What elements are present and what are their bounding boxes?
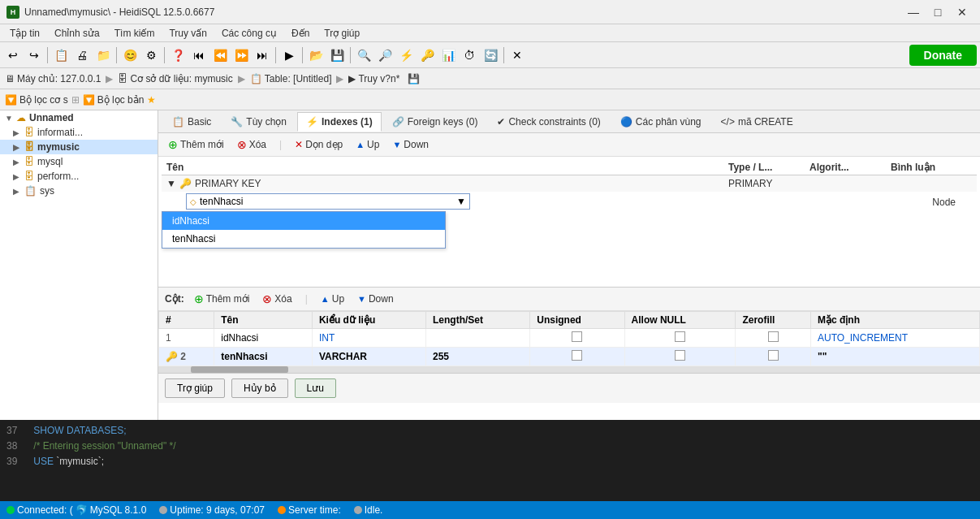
- toolbar-btn-9[interactable]: 📂: [306, 45, 326, 65]
- index-up-btn[interactable]: ▲ Up: [352, 137, 382, 152]
- row2-allownull[interactable]: [624, 348, 736, 366]
- toolbar-btn-12[interactable]: 🔎: [375, 45, 395, 65]
- menu-timkiem[interactable]: Tìm kiếm: [108, 26, 162, 41]
- index-down-btn[interactable]: ▼ Down: [389, 137, 432, 152]
- toolbar-btn-3[interactable]: 📋: [51, 45, 71, 65]
- columns-section: Cột: ⊕ Thêm mới ⊗ Xóa | ▲ Up: [158, 287, 980, 373]
- toolbar-btn-5[interactable]: 📁: [93, 45, 113, 65]
- sidebar-item-mymusic[interactable]: ▶ 🗄 mymusic: [0, 140, 158, 154]
- chk-unsigned-2[interactable]: [572, 350, 582, 361]
- toolbar-btn-4[interactable]: 🖨: [72, 45, 92, 65]
- toolbar-btn-nav1[interactable]: ⏮: [189, 45, 209, 65]
- cancel-button[interactable]: Hủy bỏ: [231, 378, 288, 398]
- col-th-type: Kiểu dữ liệu: [312, 312, 425, 329]
- tab-tuyChon[interactable]: 🔧 Tùy chọn: [222, 112, 296, 131]
- toolbar-btn-8[interactable]: ❓: [168, 45, 188, 65]
- col-up-btn[interactable]: ▲ Up: [317, 292, 348, 306]
- toolbar-btn-14[interactable]: 🔑: [417, 45, 437, 65]
- toolbar-btn-1[interactable]: ↩: [3, 45, 23, 65]
- up-icon: ▲: [356, 140, 365, 149]
- tab-foreignkeys[interactable]: 🔗 Foreign keys (0): [383, 112, 487, 131]
- index-toolbar: ⊕ Thêm mới ⊗ Xóa | ✕ Dọn dẹp ▲ Up ▼: [158, 133, 980, 157]
- chk-unsigned-1[interactable]: [572, 331, 582, 342]
- toolbar-btn-16[interactable]: ⏱: [460, 45, 479, 65]
- index-cleanup-btn[interactable]: ✕ Dọn dẹp: [291, 137, 346, 152]
- col-th-length: Length/Set: [426, 312, 530, 329]
- chk-null-2[interactable]: [675, 350, 685, 361]
- tab-basic[interactable]: 📋 Basic: [163, 112, 220, 131]
- chk-zerofill-1[interactable]: [768, 331, 779, 342]
- toolbar-btn-nav4[interactable]: ⏭: [253, 45, 272, 65]
- chk-zerofill-2[interactable]: [768, 350, 779, 361]
- sidebar-item-mysql[interactable]: ▶ 🗄 mysql: [0, 154, 158, 169]
- col-down-label: Down: [369, 293, 394, 305]
- toolbar-btn-10[interactable]: 💾: [327, 45, 347, 65]
- toolbar-btn-15[interactable]: 📊: [438, 45, 458, 65]
- toolbar-btn-2[interactable]: ↪: [24, 45, 44, 65]
- toolbar-btn-13[interactable]: ⚡: [396, 45, 416, 65]
- row2-unsigned[interactable]: [530, 348, 624, 366]
- toolbar-btn-close[interactable]: ✕: [507, 45, 527, 65]
- toolbar-btn-11[interactable]: 🔍: [354, 45, 373, 65]
- chk-null-1[interactable]: [675, 331, 685, 342]
- filter-item-1[interactable]: 🔽 Bộ lọc cơ s: [5, 94, 68, 106]
- row2-type: VARCHAR: [312, 348, 425, 366]
- col-delete-btn[interactable]: ⊗ Xóa: [259, 291, 295, 307]
- menu-taptin[interactable]: Tập tin: [3, 26, 46, 41]
- star-icon[interactable]: ★: [147, 94, 156, 106]
- toolbar-btn-6[interactable]: 😊: [120, 45, 140, 65]
- tab-indexes[interactable]: ⚡ Indexes (1): [297, 112, 382, 132]
- index-add-btn[interactable]: ⊕ Thêm mới: [165, 136, 227, 153]
- menu-trogiup[interactable]: Trợ giúp: [317, 26, 366, 41]
- index-delete-btn[interactable]: ⊗ Xóa: [234, 136, 270, 153]
- scroll-thumb[interactable]: [191, 366, 288, 373]
- row1-allownull[interactable]: [624, 329, 736, 348]
- toolbar-btn-17[interactable]: 🔄: [481, 45, 500, 65]
- sidebar-item-unnamed[interactable]: ▼ ☁ Unnamed: [0, 110, 158, 125]
- dropdown-column: ◇ tenNhacsi ▼ idNhacsi tenNhacsi: [186, 193, 470, 210]
- index-row-primarykey[interactable]: ▼ 🔑 PRIMARY KEY PRIMARY: [162, 175, 977, 192]
- toolbar-btn-nav3[interactable]: ⏩: [231, 45, 251, 65]
- table-row[interactable]: 🔑 2 tenNhacsi VARCHAR 255 "": [159, 348, 980, 366]
- maximize-button[interactable]: □: [926, 4, 949, 20]
- help-button[interactable]: Trợ giúp: [165, 378, 225, 398]
- delete-icon: ⊗: [237, 138, 247, 151]
- sidebar-arrow-sys: ▶: [13, 187, 21, 196]
- nav-table[interactable]: 📋 Table: [Untitled]: [250, 73, 332, 84]
- menu-chinhsua[interactable]: Chỉnh sửa: [48, 26, 106, 41]
- horizontal-scrollbar[interactable]: [158, 366, 980, 373]
- field-dropdown[interactable]: ◇ tenNhacsi ▼: [186, 193, 470, 210]
- close-button[interactable]: ✕: [951, 4, 974, 20]
- sidebar-item-sys[interactable]: ▶ 📋 sys: [0, 184, 158, 198]
- dropdown-option-tenNhacsi[interactable]: tenNhacsi: [162, 230, 445, 248]
- toolbar-btn-run[interactable]: ▶: [279, 45, 299, 65]
- nav-database[interactable]: 🗄 Cơ sở dữ liệu: mymusic: [118, 73, 232, 84]
- tab-create[interactable]: </> mã CREATE: [712, 112, 802, 131]
- filter-item-2[interactable]: 🔽 Bộ lọc bản: [83, 94, 145, 106]
- menu-den[interactable]: Đến: [285, 26, 316, 41]
- col-down-btn[interactable]: ▼ Down: [354, 292, 397, 306]
- tab-partitions[interactable]: 🔵 Các phân vùng: [611, 112, 710, 131]
- donate-button[interactable]: Donate: [909, 45, 977, 66]
- dropdown-option-idNhacsi[interactable]: idNhacsi: [162, 212, 445, 230]
- toolbar-sep-2: [116, 47, 117, 63]
- toolbar-btn-7[interactable]: ⚙: [141, 45, 161, 65]
- sidebar-item-informati[interactable]: ▶ 🗄 informati...: [0, 125, 158, 140]
- nav-query[interactable]: ▶ Truy v?n*: [348, 73, 399, 84]
- row1-unsigned[interactable]: [530, 329, 624, 348]
- option-tenNhacsi-label: tenNhacsi: [172, 233, 215, 244]
- menu-caccongcu[interactable]: Các công cụ: [215, 26, 283, 41]
- row1-zerofill[interactable]: [736, 329, 811, 348]
- menu-truyvan[interactable]: Truy vấn: [162, 26, 214, 41]
- col-add-btn[interactable]: ⊕ Thêm mới: [191, 291, 253, 307]
- bottom-buttons: Trợ giúp Hủy bỏ Lưu: [158, 373, 980, 403]
- row2-zerofill[interactable]: [736, 348, 811, 366]
- index-field-row: ◇ tenNhacsi ▼ idNhacsi tenNhacsi: [162, 192, 977, 211]
- tab-checkconstraints[interactable]: ✔ Check constraints (0): [488, 112, 609, 131]
- table-row[interactable]: 1 idNhacsi INT AUTO_INCREMENT: [159, 329, 980, 348]
- save-button[interactable]: Lưu: [295, 378, 336, 398]
- nav-server[interactable]: 🖥 Máy chủ: 127.0.0.1: [5, 73, 101, 84]
- minimize-button[interactable]: —: [902, 4, 925, 20]
- toolbar-btn-nav2[interactable]: ⏪: [210, 45, 230, 65]
- sidebar-item-perform[interactable]: ▶ 🗄 perform...: [0, 169, 158, 184]
